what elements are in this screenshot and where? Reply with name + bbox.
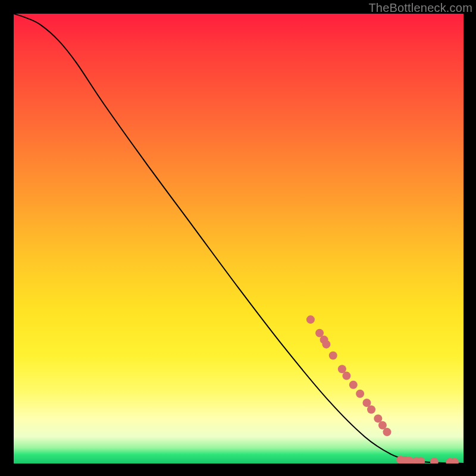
data-marker: [349, 381, 358, 389]
data-marker: [383, 428, 391, 436]
data-marker: [367, 405, 375, 414]
data-marker: [322, 340, 330, 349]
chart-svg: [14, 14, 464, 464]
data-marker: [306, 315, 315, 324]
data-marker: [342, 372, 350, 380]
data-marker: [430, 458, 439, 464]
chart-stage: TheBottleneck.com: [0, 0, 476, 476]
bottleneck-curve: [14, 14, 464, 464]
data-markers: [306, 315, 459, 464]
data-marker: [356, 390, 364, 398]
attribution-label: TheBottleneck.com: [368, 1, 472, 15]
data-marker: [329, 352, 337, 360]
plot-area: [14, 14, 464, 464]
